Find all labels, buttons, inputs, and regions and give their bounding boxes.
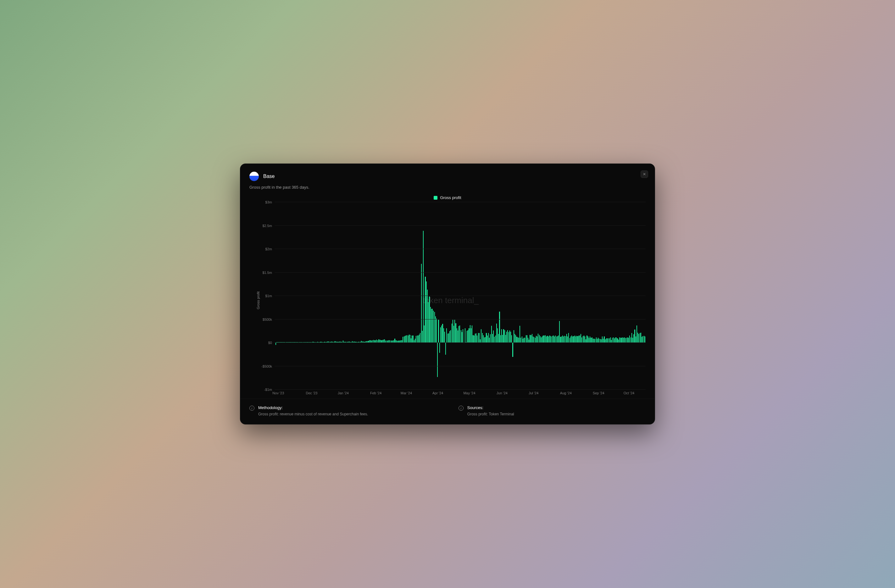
bar[interactable] [520, 338, 521, 342]
bar[interactable] [503, 329, 504, 342]
bar[interactable] [545, 335, 546, 342]
bar[interactable] [579, 335, 579, 342]
bar[interactable] [382, 340, 383, 342]
bar[interactable] [523, 338, 524, 342]
bar[interactable] [504, 330, 505, 342]
bar[interactable] [434, 312, 435, 342]
bar[interactable] [575, 336, 576, 342]
bar[interactable] [406, 335, 406, 342]
bar[interactable] [625, 338, 626, 342]
bar[interactable] [416, 336, 416, 342]
bar[interactable] [488, 333, 489, 342]
bar[interactable] [415, 339, 416, 342]
bar[interactable] [407, 335, 407, 342]
bar[interactable] [483, 335, 484, 342]
bar[interactable] [594, 339, 595, 342]
bar[interactable] [507, 330, 508, 342]
bar[interactable] [546, 336, 546, 342]
bar[interactable] [527, 335, 527, 342]
bar[interactable] [637, 333, 638, 342]
bar[interactable] [494, 337, 495, 342]
bar[interactable] [469, 328, 469, 342]
bar[interactable] [402, 337, 403, 342]
bar[interactable] [370, 340, 371, 342]
bar[interactable] [440, 327, 441, 342]
bar[interactable] [478, 333, 479, 342]
bar[interactable] [458, 330, 458, 342]
bar[interactable] [508, 332, 509, 342]
bar[interactable] [495, 335, 496, 342]
bar[interactable] [551, 336, 552, 342]
bar[interactable] [465, 328, 466, 342]
bar[interactable] [410, 335, 410, 342]
bar[interactable] [614, 338, 615, 342]
bar[interactable] [589, 338, 589, 342]
bar[interactable] [629, 335, 630, 342]
bar[interactable] [449, 331, 450, 342]
bar[interactable] [531, 335, 531, 342]
bar[interactable] [490, 334, 491, 342]
bar[interactable] [449, 333, 449, 342]
bar[interactable] [623, 338, 624, 342]
bar[interactable] [389, 340, 390, 342]
bar[interactable] [616, 337, 617, 342]
bar[interactable] [606, 338, 607, 342]
bar[interactable] [467, 331, 467, 342]
bar[interactable] [581, 334, 581, 342]
bar[interactable] [581, 337, 582, 342]
bar[interactable] [372, 340, 373, 342]
bar[interactable] [559, 321, 560, 342]
bar[interactable] [418, 335, 419, 342]
bar[interactable] [482, 333, 483, 342]
bar[interactable] [615, 337, 616, 342]
bar[interactable] [454, 326, 454, 342]
bar[interactable] [425, 277, 425, 342]
bar[interactable] [570, 336, 571, 342]
bar[interactable] [561, 336, 562, 342]
bar[interactable] [541, 337, 542, 342]
bar[interactable] [454, 320, 455, 342]
bar[interactable] [637, 326, 637, 342]
bar[interactable] [481, 329, 481, 342]
bar[interactable] [613, 337, 614, 342]
bar[interactable] [592, 337, 593, 342]
bar[interactable] [378, 339, 379, 342]
bar[interactable] [586, 339, 586, 342]
bar[interactable] [572, 336, 573, 342]
bar[interactable] [624, 337, 625, 342]
bar[interactable] [383, 339, 384, 342]
bar[interactable] [562, 335, 563, 342]
bar[interactable] [424, 326, 425, 342]
bar[interactable] [421, 264, 422, 342]
bar[interactable] [480, 339, 481, 342]
bar[interactable] [460, 326, 460, 342]
bar[interactable] [532, 334, 532, 342]
bar[interactable] [376, 339, 377, 342]
bar[interactable] [547, 336, 548, 342]
bar[interactable] [378, 340, 378, 342]
bar[interactable] [601, 339, 602, 342]
bar[interactable] [590, 336, 590, 342]
bar[interactable] [458, 326, 459, 342]
bar[interactable] [511, 335, 512, 342]
bar[interactable] [500, 335, 501, 342]
bar[interactable] [433, 311, 434, 342]
bar[interactable] [575, 335, 575, 342]
bar[interactable] [595, 339, 595, 342]
bar[interactable] [477, 335, 477, 342]
bar[interactable] [587, 335, 587, 342]
bar[interactable] [520, 326, 520, 342]
bar[interactable] [642, 337, 642, 342]
bar[interactable] [381, 340, 382, 342]
bar[interactable] [553, 335, 554, 342]
bar[interactable] [569, 338, 570, 342]
bar[interactable] [463, 329, 463, 342]
bar[interactable] [556, 336, 557, 342]
bar[interactable] [374, 340, 375, 342]
bar[interactable] [604, 336, 604, 342]
bar[interactable] [639, 334, 639, 342]
bar[interactable] [442, 324, 443, 342]
bar[interactable] [452, 324, 452, 342]
bar[interactable] [422, 331, 423, 342]
bar[interactable] [596, 337, 596, 342]
